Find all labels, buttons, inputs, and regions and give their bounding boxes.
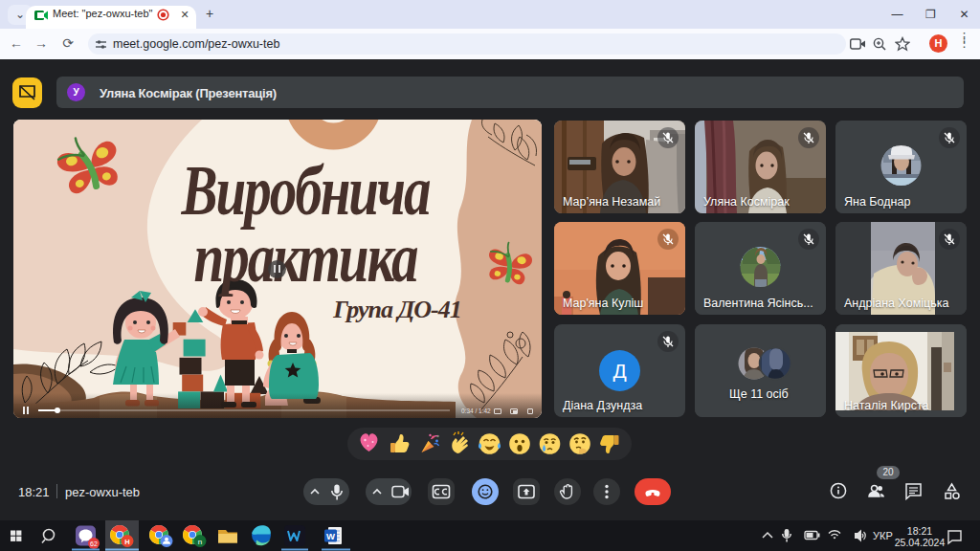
svg-text:n: n: [198, 538, 202, 546]
svg-text:H: H: [124, 538, 129, 546]
svg-text:18:21: 18:21: [907, 525, 932, 537]
svg-text:УКР: УКР: [873, 530, 893, 541]
svg-text:62: 62: [90, 540, 98, 547]
svg-text:25.04.2024: 25.04.2024: [895, 537, 946, 548]
svg-text:W: W: [326, 531, 335, 541]
